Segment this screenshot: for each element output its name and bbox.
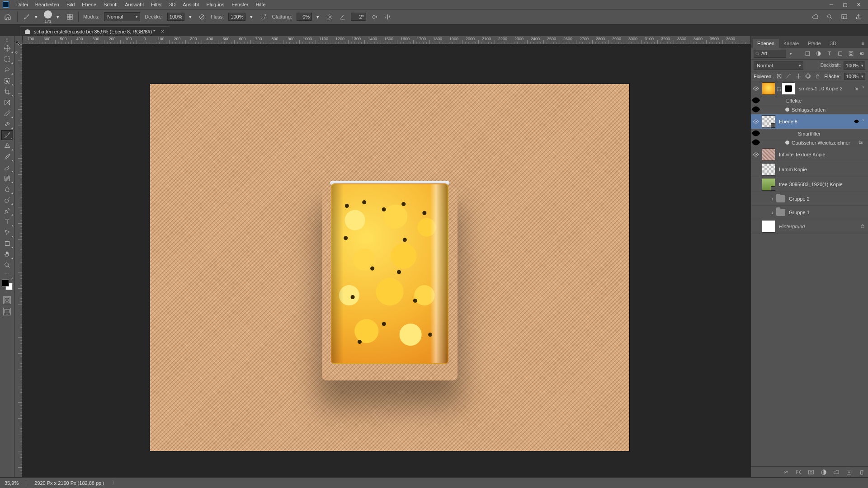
visibility-toggle[interactable]	[751, 104, 761, 115]
layer-sub-item[interactable]: Schlagschatten	[751, 105, 868, 114]
brush-tool[interactable]	[1, 130, 13, 140]
smoothing-caret[interactable]: ▾	[316, 14, 321, 20]
color-swatch[interactable]: ⇄	[2, 279, 13, 290]
opacity-value[interactable]: 100%	[167, 13, 184, 21]
layer-row[interactable]: ›Gruppe 2	[751, 192, 868, 206]
blur-tool[interactable]	[1, 184, 13, 194]
smoothing-options-icon[interactable]	[326, 13, 334, 21]
crop-tool[interactable]	[1, 87, 13, 97]
document-tab[interactable]: schatten erstellen.psdc bei 35,9% (Ebene…	[20, 26, 169, 36]
layer-filter-type[interactable]	[754, 50, 786, 58]
panel-tab-3d[interactable]: 3D	[826, 39, 841, 48]
share-icon[interactable]	[854, 13, 863, 21]
canvas-area[interactable]: ↖ 70060050040030020010001002003004005006…	[14, 36, 750, 477]
lock-position-icon[interactable]	[796, 73, 802, 80]
menu-plugins[interactable]: Plug-ins	[203, 0, 228, 9]
marquee-tool[interactable]	[1, 54, 13, 64]
visibility-toggle[interactable]	[751, 137, 761, 148]
layer-lock-icon[interactable]	[859, 223, 866, 230]
workspace-icon[interactable]	[840, 13, 848, 21]
layer-row[interactable]: tree-3095683_1920(1) Kopie	[751, 177, 868, 192]
lasso-tool[interactable]	[1, 65, 13, 75]
layer-row[interactable]: Hintergrund	[751, 219, 868, 234]
layer-name[interactable]: Infinite Texture Kopie	[776, 152, 866, 157]
healing-brush-tool[interactable]	[1, 119, 13, 129]
window-close-button[interactable]: ✕	[852, 0, 865, 9]
layer-sub-item[interactable]: Gaußscher Weichzeichner	[751, 138, 868, 147]
panel-tab-ebenen[interactable]: Ebenen	[753, 39, 779, 48]
window-maximize-button[interactable]: ▢	[838, 0, 852, 9]
filter-adjust-icon[interactable]	[815, 50, 822, 57]
layer-thumbnail[interactable]	[782, 82, 795, 95]
layer-name[interactable]: Lamm Kopie	[776, 167, 866, 172]
hand-tool[interactable]	[1, 249, 13, 259]
foreground-color[interactable]	[2, 279, 9, 286]
layer-name[interactable]: Gruppe 1	[786, 210, 866, 215]
layer-row[interactable]: Ebene 8˅	[751, 114, 868, 129]
new-layer-icon[interactable]	[845, 469, 853, 476]
layer-thumbnail[interactable]	[762, 163, 775, 176]
angle-icon[interactable]	[338, 13, 346, 21]
eraser-tool[interactable]	[1, 163, 13, 173]
group-layers-icon[interactable]	[833, 469, 840, 476]
link-layers-icon[interactable]	[782, 469, 789, 476]
toolbar-grip[interactable]: ⠿	[1, 38, 13, 42]
mask-link-icon[interactable]: ⬚	[776, 86, 781, 91]
layers-list[interactable]: ⬚smiles-1...0 Kopie 2fx˅EffekteSchlagsch…	[751, 81, 868, 466]
angle-value[interactable]: 2°	[351, 13, 366, 21]
search-icon[interactable]	[826, 13, 834, 21]
clone-stamp-tool[interactable]	[1, 141, 13, 151]
menu-schrift[interactable]: Schrift	[100, 0, 121, 9]
swap-colors-icon[interactable]: ⇄	[10, 277, 14, 281]
horizontal-ruler[interactable]: 7006005004003002001000100200300400500600…	[23, 36, 750, 44]
flow-value[interactable]: 100%	[228, 13, 245, 21]
lock-transparency-icon[interactable]	[776, 73, 782, 80]
menu-auswahl[interactable]: Auswahl	[121, 0, 147, 9]
layer-filter-caret[interactable]: ▾	[790, 52, 792, 56]
layer-row[interactable]: ⬚smiles-1...0 Kopie 2fx˅	[751, 81, 868, 96]
panel-tab-pfade[interactable]: Pfade	[803, 39, 826, 48]
lock-artboard-icon[interactable]	[805, 73, 811, 80]
group-expand-icon[interactable]: ›	[770, 210, 775, 215]
menu-ansicht[interactable]: Ansicht	[179, 0, 203, 9]
opacity-caret[interactable]: ▾	[189, 14, 193, 20]
layer-name[interactable]: Gruppe 2	[786, 196, 866, 202]
cloud-docs-icon[interactable]	[811, 13, 819, 21]
object-select-tool[interactable]	[1, 76, 13, 86]
menu-hilfe[interactable]: Hilfe	[252, 0, 269, 9]
brush-settings-icon[interactable]	[66, 13, 74, 21]
layer-blend-mode[interactable]: Normal	[754, 61, 803, 70]
eyedropper-tool[interactable]	[1, 108, 13, 118]
layer-sub-item[interactable]: Smartfilter	[751, 129, 868, 138]
layer-name[interactable]: smiles-1...0 Kopie 2	[796, 86, 852, 91]
layer-name[interactable]: Hintergrund	[776, 224, 858, 229]
layer-mask-icon[interactable]	[807, 469, 815, 476]
vertical-ruler[interactable]: 0	[14, 44, 23, 477]
pressure-opacity-icon[interactable]	[198, 13, 206, 21]
visibility-toggle[interactable]	[751, 118, 761, 125]
group-expand-icon[interactable]: ›	[770, 196, 775, 202]
zoom-tool[interactable]	[1, 260, 13, 270]
home-icon[interactable]	[3, 12, 13, 22]
menu-fenster[interactable]: Fenster	[228, 0, 252, 9]
frame-tool[interactable]	[1, 98, 13, 108]
brush-size-preview[interactable]: 171	[44, 10, 52, 23]
panel-tab-kanaele[interactable]: Kanäle	[779, 39, 803, 48]
history-brush-tool[interactable]	[1, 152, 13, 162]
layer-sub-item[interactable]: Effekte	[751, 96, 868, 105]
lock-pixels-icon[interactable]	[786, 73, 792, 80]
filter-type-icon[interactable]	[826, 50, 833, 57]
dodge-tool[interactable]	[1, 195, 13, 205]
layer-thumbnail[interactable]	[762, 178, 775, 191]
filter-smart-icon[interactable]	[847, 50, 854, 57]
menu-filter[interactable]: Filter	[147, 0, 165, 9]
layer-expand-icon[interactable]: ˅	[861, 86, 866, 92]
menu-ebene[interactable]: Ebene	[78, 0, 100, 9]
adjustment-layer-icon[interactable]	[820, 469, 827, 476]
menu-bearbeiten[interactable]: Bearbeiten	[32, 0, 63, 9]
close-tab-icon[interactable]: ×	[160, 28, 164, 35]
lock-all-icon[interactable]	[815, 73, 821, 80]
layer-row[interactable]: Lamm Kopie	[751, 162, 868, 177]
layer-filter-input[interactable]	[761, 51, 778, 56]
status-menu-caret[interactable]: 〉	[112, 479, 117, 486]
